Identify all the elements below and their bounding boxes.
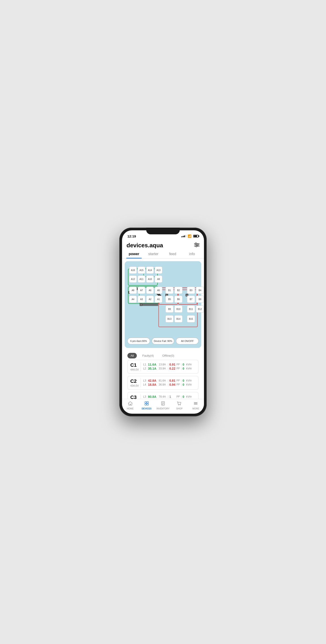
device-id-col: C1 444.0V: [130, 362, 141, 371]
nav-home[interactable]: HOME: [122, 399, 138, 412]
tab-power[interactable]: power: [124, 250, 144, 258]
cell-B2[interactable]: B2: [175, 287, 183, 294]
cell-B8[interactable]: B8: [196, 296, 204, 303]
cell-B6[interactable]: B6: [175, 296, 183, 303]
device-line-2: L2 35.1A 33.9A | 0.22 PF | 0 kVAr: [143, 367, 196, 370]
device-lines: L3 80.8A 78.4A | 1 PF | 0 kVAr: [143, 395, 196, 399]
device-row: C3 426.0V L3 80.8A 78.4A | 1 PF |: [130, 394, 196, 399]
device-lines: L1 11.6A 13.8A | 0.91 PF | 0 kVAr: [143, 363, 196, 371]
cell-A5[interactable]: A5: [155, 287, 162, 294]
nav-more-label: MORE: [192, 408, 199, 410]
cell-A12[interactable]: A12: [129, 276, 137, 283]
cell-A14[interactable]: A14: [146, 266, 154, 274]
cell-A7[interactable]: A7: [138, 287, 145, 294]
cell-A16[interactable]: A16: [129, 266, 137, 274]
tab-info[interactable]: info: [183, 250, 202, 258]
device-card-c3: C3 426.0V L3 80.8A 78.4A | 1 PF |: [127, 392, 199, 399]
device-id-col: C2 434.0V: [130, 378, 141, 387]
tab-feed[interactable]: feed: [163, 250, 183, 258]
action-buttons: 6 pm-6am:90% Device Fail: 90% All ON/OFF: [127, 338, 199, 345]
nav-devices-label: DEVICES: [142, 408, 151, 410]
cell-B7[interactable]: B7: [187, 296, 195, 303]
filter-all[interactable]: All: [127, 353, 137, 358]
nav-shop-label: SHOP: [176, 408, 183, 410]
svg-rect-20: [140, 303, 158, 306]
filter-icon[interactable]: [194, 242, 200, 248]
cell-B14[interactable]: B14: [175, 315, 183, 322]
cell-A3[interactable]: A3: [138, 296, 145, 303]
svg-rect-42: [145, 404, 146, 405]
cell-A4[interactable]: A4: [129, 296, 137, 303]
status-time: 12:19: [127, 234, 136, 238]
svg-point-48: [179, 404, 179, 405]
schedule-button[interactable]: 6 pm-6am:90%: [127, 338, 150, 344]
cell-A1[interactable]: A1: [155, 296, 162, 303]
nav-more[interactable]: MORE: [188, 399, 204, 412]
device-id-col: C3 426.0V: [130, 394, 141, 399]
svg-rect-40: [145, 402, 146, 403]
tab-bar: power starter feed info: [122, 250, 204, 258]
cell-A10[interactable]: A10: [146, 276, 154, 283]
signal-icon: [181, 235, 186, 237]
nav-inventory-label: INVENTORY: [156, 408, 170, 410]
home-icon: [128, 401, 133, 407]
device-voltage: 444.0V: [130, 368, 139, 371]
device-id: C1: [130, 362, 139, 368]
cell-A11[interactable]: A11: [138, 276, 145, 283]
device-row: C2 434.0V L3 42.8A 81.6A | 0.81 PF: [130, 378, 196, 387]
svg-point-5: [196, 246, 197, 247]
status-icons: 📶: [181, 234, 199, 238]
diagram-card: 1 5 2: [125, 261, 201, 348]
cell-B13[interactable]: B13: [166, 315, 174, 322]
device-line-1: L1 11.6A 13.8A | 0.91 PF | 0 kVAr: [143, 363, 196, 366]
device-lines: L3 42.8A 81.6A | 0.81 PF | 0 kVAr: [143, 379, 196, 387]
nav-devices[interactable]: DEVICES: [138, 399, 155, 412]
device-list: C1 444.0V L1 11.6A 13.8A | 0.91 PF: [125, 360, 201, 399]
phone-screen: 12:19 📶 devices.aqua: [122, 230, 204, 414]
nav-home-label: HOME: [127, 408, 134, 410]
notch: [146, 228, 180, 234]
svg-rect-21: [140, 303, 142, 306]
cell-B12[interactable]: B12: [196, 306, 204, 312]
cell-B11[interactable]: B11: [187, 306, 195, 312]
cell-A2[interactable]: A2: [146, 296, 154, 303]
diagram-area: 1 5 2: [127, 264, 199, 336]
cell-B5[interactable]: B5: [166, 296, 174, 303]
tab-starter[interactable]: starter: [144, 250, 163, 258]
device-line-1: L3 42.8A 81.6A | 0.81 PF | 0 kVAr: [143, 379, 196, 382]
cell-B15[interactable]: B15: [187, 315, 195, 322]
filter-faulty[interactable]: Faulty(4): [139, 353, 157, 358]
cell-A15[interactable]: A15: [138, 266, 145, 274]
filter-row: All Faulty(4) Offline(0): [125, 350, 201, 360]
cell-A8[interactable]: A8: [129, 287, 137, 294]
all-onoff-button[interactable]: All ON/OFF: [176, 338, 199, 344]
cell-B1[interactable]: B1: [166, 287, 174, 294]
cell-B10[interactable]: B10: [175, 306, 183, 312]
svg-rect-43: [147, 404, 148, 405]
cell-B3[interactable]: B3: [187, 287, 195, 294]
app-title: devices.aqua: [126, 242, 163, 249]
wifi-icon: 📶: [188, 234, 192, 238]
cell-B9[interactable]: B9: [166, 306, 174, 312]
cell-A9[interactable]: A9: [155, 276, 162, 283]
cell-A6[interactable]: A6: [146, 287, 154, 294]
device-id: C3: [130, 394, 139, 399]
device-voltage: 434.0V: [130, 384, 139, 387]
devices-icon: [144, 401, 149, 407]
filter-offline[interactable]: Offline(0): [159, 353, 177, 358]
device-id: C2: [130, 378, 139, 384]
main-content: 1 5 2: [122, 258, 204, 399]
cell-A13[interactable]: A13: [155, 266, 162, 274]
svg-rect-41: [147, 402, 148, 403]
shop-icon: [177, 401, 182, 407]
svg-point-49: [180, 404, 181, 405]
svg-point-3: [195, 243, 197, 244]
device-fail-button[interactable]: Device Fail: 90%: [152, 338, 175, 344]
cell-B4[interactable]: B4: [196, 287, 204, 294]
nav-inventory[interactable]: INVENTORY: [155, 399, 171, 412]
phone-frame: 12:19 📶 devices.aqua: [119, 228, 207, 416]
device-row: C1 444.0V L1 11.6A 13.8A | 0.91 PF: [130, 362, 196, 371]
device-line-2: L4 18.8A 36.8A | 0.94 PF | 0 kVAr: [143, 383, 196, 386]
nav-shop[interactable]: SHOP: [171, 399, 188, 412]
header: devices.aqua: [122, 240, 204, 250]
